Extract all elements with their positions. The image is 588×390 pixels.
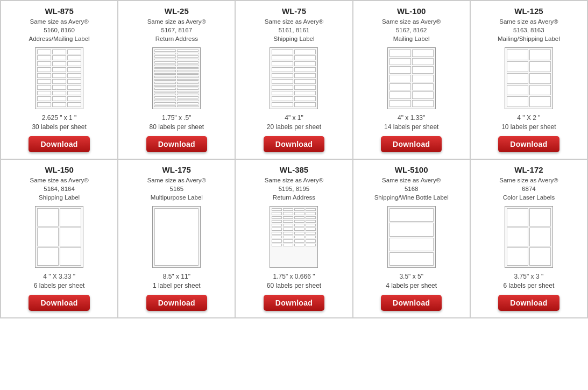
label-cell <box>67 91 81 96</box>
product-desc-wl-5100: Same size as Avery®5168Shipping/Wine Bot… <box>374 176 449 202</box>
label-cell <box>37 49 51 54</box>
download-button-wl-5100[interactable]: Download <box>381 295 442 311</box>
label-cell <box>272 239 282 242</box>
label-cell <box>412 75 434 82</box>
label-cell <box>67 73 81 78</box>
download-button-wl-875[interactable]: Download <box>29 136 89 152</box>
label-cell <box>294 73 316 78</box>
label-cell <box>294 236 304 238</box>
label-cell <box>529 61 551 72</box>
label-cell <box>306 232 316 235</box>
label-cell <box>154 76 176 77</box>
download-button-wl-125[interactable]: Download <box>498 136 559 152</box>
label-preview-wl-25 <box>152 47 201 109</box>
label-cell <box>507 61 528 72</box>
label-cell <box>37 67 51 72</box>
label-cell <box>67 61 81 66</box>
label-cell <box>507 73 528 84</box>
product-cell-wl-385: WL-385Same size as Avery®5195, 8195Retur… <box>236 160 353 318</box>
label-cell <box>52 102 66 107</box>
product-title-wl-150: WL-150 <box>45 165 73 174</box>
label-cell <box>389 49 411 57</box>
label-cell <box>272 220 282 223</box>
label-cell <box>412 66 434 74</box>
label-preview-wl-75 <box>270 47 318 109</box>
label-cell <box>294 224 304 226</box>
product-title-wl-25: WL-25 <box>165 6 189 16</box>
product-title-wl-100: WL-100 <box>397 6 426 16</box>
label-cell <box>154 94 176 95</box>
label-cell <box>272 61 293 66</box>
label-cell <box>389 66 411 74</box>
label-cell <box>507 49 528 60</box>
label-cell <box>177 49 199 51</box>
product-size-wl-5100: 3.5" x 5"4 labels per sheet <box>386 272 437 290</box>
label-cell <box>507 228 528 246</box>
label-cell <box>294 208 304 211</box>
label-cell <box>37 228 59 246</box>
product-size-wl-125: 4 " X 2 "10 labels per sheet <box>501 114 556 132</box>
label-cell <box>67 102 81 107</box>
label-cell <box>272 79 293 84</box>
product-cell-wl-175: WL-175Same size as Avery®5165Multipurpos… <box>118 160 236 318</box>
download-button-wl-25[interactable]: Download <box>146 136 207 152</box>
label-cell <box>529 85 551 96</box>
download-button-wl-385[interactable]: Download <box>264 295 324 311</box>
label-cell <box>272 236 282 238</box>
label-cell <box>507 85 528 96</box>
label-cell <box>306 224 316 226</box>
label-cell <box>177 96 199 98</box>
label-cell <box>52 67 66 72</box>
label-cell <box>283 224 293 226</box>
download-button-wl-175[interactable]: Download <box>146 295 207 311</box>
label-cell <box>507 96 528 107</box>
label-preview-wl-875 <box>35 47 83 109</box>
label-cell <box>37 96 51 101</box>
label-cell <box>177 73 199 75</box>
label-cell <box>67 55 81 60</box>
label-cell <box>67 96 81 101</box>
label-cell <box>294 244 304 246</box>
label-cell <box>283 236 293 238</box>
label-cell <box>389 58 411 66</box>
product-cell-wl-125: WL-125Same size as Avery®5163, 8163Maili… <box>471 1 588 160</box>
label-cell <box>294 228 304 230</box>
download-button-wl-150[interactable]: Download <box>29 295 89 311</box>
label-cell <box>272 67 293 72</box>
product-desc-wl-125: Same size as Avery®5163, 8163Mailing/Shi… <box>498 17 560 43</box>
label-cell <box>154 61 176 63</box>
label-preview-wl-175 <box>152 206 201 268</box>
product-title-wl-5100: WL-5100 <box>395 165 428 174</box>
label-cell <box>412 58 434 66</box>
label-cell <box>306 244 316 246</box>
label-cell <box>37 208 59 226</box>
label-cell <box>177 100 199 101</box>
label-cell <box>37 79 51 84</box>
label-cell <box>272 208 282 211</box>
label-cell <box>529 247 551 266</box>
label-cell <box>389 238 434 251</box>
label-cell <box>177 65 199 66</box>
label-cell <box>177 67 199 69</box>
label-cell <box>177 91 199 93</box>
label-cell <box>412 91 434 99</box>
label-cell <box>294 49 316 54</box>
label-cell <box>37 55 51 60</box>
download-button-wl-172[interactable]: Download <box>498 295 559 311</box>
label-cell <box>283 220 293 223</box>
product-desc-wl-25: Same size as Avery®5167, 8167Return Addr… <box>147 17 206 43</box>
product-desc-wl-175: Same size as Avery®5165Multipurpose Labe… <box>147 176 206 202</box>
label-cell <box>52 73 66 78</box>
download-button-wl-100[interactable]: Download <box>381 136 442 152</box>
download-button-wl-75[interactable]: Download <box>264 136 324 152</box>
label-cell <box>154 59 176 60</box>
label-cell <box>177 82 199 83</box>
label-cell <box>177 79 199 81</box>
label-cell <box>529 208 551 226</box>
label-cell <box>272 228 282 230</box>
label-cell <box>154 65 176 66</box>
label-cell <box>272 224 282 226</box>
label-cell <box>272 55 293 60</box>
product-size-wl-175: 8.5" x 11"1 label per sheet <box>153 272 201 290</box>
product-desc-wl-75: Same size as Avery®5161, 8161Shipping La… <box>265 17 323 43</box>
